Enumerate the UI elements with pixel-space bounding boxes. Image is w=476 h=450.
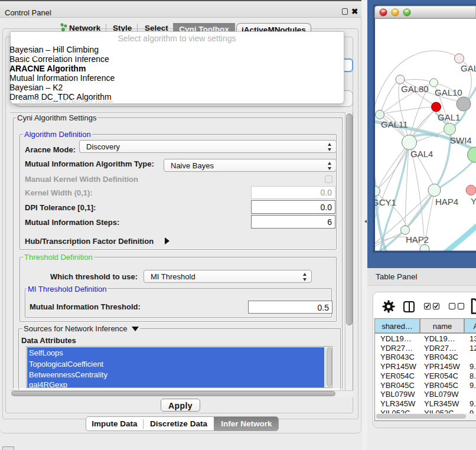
svg-text:HAP2: HAP2: [406, 234, 429, 244]
svg-text:HAP4: HAP4: [435, 197, 458, 207]
svg-text:GAL4: GAL4: [410, 149, 433, 159]
svg-text:GAL11: GAL11: [381, 119, 408, 129]
svg-text:GAL: GAL: [461, 63, 476, 73]
svg-text:Y: Y: [471, 196, 476, 206]
svg-text:GAL80: GAL80: [401, 84, 429, 94]
svg-text:GCY1: GCY1: [372, 197, 396, 207]
svg-text:SWI4: SWI4: [450, 135, 472, 145]
svg-text:GAL1: GAL1: [438, 112, 460, 122]
svg-text:GAL10: GAL10: [435, 87, 462, 97]
